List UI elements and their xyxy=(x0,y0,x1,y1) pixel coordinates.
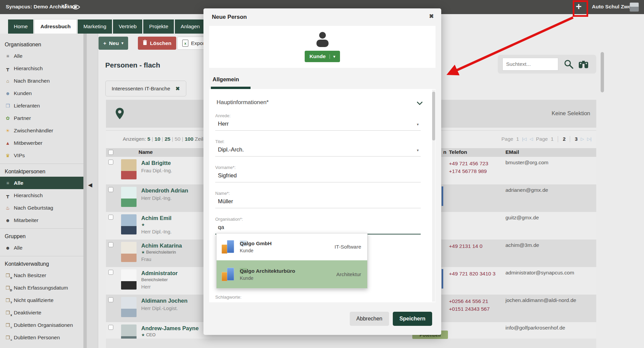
star-icon: ★ xyxy=(141,222,145,227)
map-pin-icon[interactable] xyxy=(115,107,124,121)
email-cell: info@golfparkrosenhof.de xyxy=(505,325,565,331)
sidebar-item-deaktivierte[interactable]: ❒xDeaktivierte xyxy=(0,306,83,319)
person-subtitle: Frau xyxy=(141,256,182,263)
new-button[interactable]: + Neu ▾ xyxy=(99,37,128,50)
org-type: Kunde xyxy=(240,248,272,253)
sidebar-item-alle[interactable]: ≡Alle xyxy=(0,50,83,62)
person-name-link[interactable]: Aldimann Jochen xyxy=(141,297,188,304)
dropdown-caret-icon[interactable]: ▾ xyxy=(417,148,419,153)
save-button[interactable]: Speichern xyxy=(393,312,432,326)
sidebar-item-nach-geburtstag[interactable]: ♨Nach Geburtstag xyxy=(0,202,83,214)
sidebar-item-alle[interactable]: ≡Alle xyxy=(0,177,83,189)
sidebar-scrollbar[interactable] xyxy=(83,34,87,348)
sidebar-collapse-icon[interactable]: ◀ xyxy=(88,182,92,188)
sidebar-item-kunden[interactable]: ☻Kunden xyxy=(0,87,83,99)
sidebar-item-hierarchisch[interactable]: ┳Hierarchisch xyxy=(0,189,83,202)
sidebar-item-nach-erfassungsdatum[interactable]: ❒DNach Erfassungsdatum xyxy=(0,281,83,294)
row-checkbox[interactable] xyxy=(108,215,113,220)
person-info: Aldimann JochenHerr Dipl.-Logist. xyxy=(141,297,188,312)
person-name-link[interactable]: Abendroth Adrian xyxy=(141,187,188,194)
rows-option-5[interactable]: 5 xyxy=(147,136,150,142)
sidebar-item-mitbewerber[interactable]: ▲Mitbewerber xyxy=(0,137,83,149)
app-window: Synapcus: Demo Architektur ↺ + Auto Schu… xyxy=(0,0,644,348)
row-checkbox[interactable] xyxy=(108,242,113,247)
tab-allgemein[interactable]: Allgemein xyxy=(213,76,239,83)
sidebar-item-nicht-qualifizierte[interactable]: ❒?Nicht qualifizierte xyxy=(0,294,83,306)
row-checkbox[interactable] xyxy=(108,270,113,275)
select-all-checkbox[interactable] xyxy=(108,150,113,155)
sidebar-item-zwischenh-ndler[interactable]: ☀Zwischenhändler xyxy=(0,124,83,137)
field-label: Vorname*: xyxy=(215,165,421,170)
field-input[interactable]: Herr xyxy=(215,121,421,131)
sidebar-item-hierarchisch[interactable]: ┳Hierarchisch xyxy=(0,62,83,75)
search-input[interactable] xyxy=(502,58,558,71)
person-name-link[interactable]: Andrew-James Payne xyxy=(141,324,199,332)
sidebar-item-nach-branchen[interactable]: ⌂Nach Branchen xyxy=(0,75,83,87)
eye-icon[interactable] xyxy=(71,4,80,11)
person-role: ★ CEO xyxy=(141,332,199,338)
user-name[interactable]: Auto Schul Zwei xyxy=(592,4,633,10)
person-info: Achim Emil★Herr Dipl.-Ing. xyxy=(141,214,172,235)
rows-option-100[interactable]: 100 xyxy=(185,136,193,142)
page-3[interactable]: 3 xyxy=(575,136,577,142)
row-checkbox[interactable] xyxy=(108,325,113,330)
close-icon[interactable]: ✖ xyxy=(429,13,434,20)
sidebar-item-dubletten-personen[interactable]: ❒≡Dubletten Personen xyxy=(0,331,83,344)
tab-vertrieb[interactable]: Vertrieb xyxy=(113,19,142,34)
row-checkbox[interactable] xyxy=(108,160,113,165)
sidebar-item-label: Zwischenhändler xyxy=(14,128,53,134)
field-titel: Titel:Dipl.-Arch.▾ xyxy=(215,139,421,157)
search-icon[interactable] xyxy=(564,59,574,71)
tab-projekte[interactable]: Projekte xyxy=(143,19,174,34)
collapse-section-icon[interactable] xyxy=(417,100,423,106)
person-name-link[interactable]: Aal Brigitte xyxy=(141,159,172,167)
binoculars-icon[interactable] xyxy=(578,60,589,70)
sidebar-item-partner[interactable]: ✿Partner xyxy=(0,112,83,124)
unqualified-icon: ❒? xyxy=(5,298,11,303)
user-avatar[interactable] xyxy=(630,2,639,12)
phone-cell: +49 2131 14 0 xyxy=(449,242,483,250)
tab-marketing[interactable]: Marketing xyxy=(78,19,112,34)
page-2[interactable]: 2 xyxy=(563,136,566,142)
person-role: ★ Bereichsleiterin xyxy=(141,249,182,255)
person-name-link[interactable]: Achim Emil xyxy=(141,214,172,222)
person-info: Abendroth AdrianHerr Dipl.-Ing. xyxy=(141,187,188,202)
content-scrollbar[interactable] xyxy=(601,52,604,92)
tab-anlagen[interactable]: Anlagen xyxy=(175,19,205,34)
delete-button[interactable]: Löschen xyxy=(138,37,176,50)
prev-page-icon[interactable]: ◁ xyxy=(530,136,533,141)
first-page-icon[interactable]: |◁ xyxy=(522,136,526,141)
sidebar-item-nach-besitzer[interactable]: ❒oNach Besitzer xyxy=(0,269,83,281)
cancel-button[interactable]: Abbrechen xyxy=(350,312,389,326)
sidebar-item-label: Alle xyxy=(14,53,23,59)
row-checkbox[interactable] xyxy=(108,187,113,192)
org-option-qalgo-architekturb-ro[interactable]: Qalgo ArchitekturbüroKundeArchitektur xyxy=(217,260,367,288)
sidebar-item-label: Partner xyxy=(14,115,31,121)
sidebar-item-vips[interactable]: ♛VIPs xyxy=(0,149,83,162)
email-column-header: EMail xyxy=(505,149,519,155)
field-input[interactable]: Dipl.-Arch. xyxy=(215,146,421,157)
field-input[interactable]: Sigfried xyxy=(215,172,421,182)
row-checkbox[interactable] xyxy=(108,297,113,302)
person-info: Aal BrigitteFrau Dipl.-Ing. xyxy=(141,159,172,174)
rows-option-25[interactable]: 25 xyxy=(164,136,170,142)
sidebar-item-alle[interactable]: ☻Alle xyxy=(0,242,83,254)
last-page-icon[interactable]: ▷| xyxy=(587,136,592,141)
sidebar-item-mitarbeiter[interactable]: ☻Mitarbeiter xyxy=(0,214,83,226)
person-type-button[interactable]: Kunde ▾ xyxy=(305,51,340,62)
org-option-qalgo-gmbh[interactable]: Qalgo GmbHKundeIT-Software xyxy=(217,233,367,260)
person-name-link[interactable]: Achim Katarina xyxy=(141,242,182,249)
undo-icon[interactable]: ↺ xyxy=(62,2,68,10)
sidebar-item-lieferanten[interactable]: ❒Lieferanten xyxy=(0,99,83,112)
person-name-link[interactable]: Administrator xyxy=(141,269,178,277)
field-input[interactable]: Müller xyxy=(215,198,421,208)
sidebar-item-dubletten-organisationen[interactable]: ❒≡Dubletten Organisationen xyxy=(0,319,83,331)
org-name: Qalgo GmbH xyxy=(240,241,272,247)
name-column-header: Name xyxy=(139,149,153,155)
next-page-icon[interactable]: ▷ xyxy=(581,136,584,141)
rows-option-10[interactable]: 10 xyxy=(155,136,160,142)
dropdown-caret-icon[interactable]: ▾ xyxy=(417,122,419,127)
remove-filter-icon[interactable]: ✖ xyxy=(176,86,180,92)
tab-adressbuch[interactable]: Adressbuch xyxy=(34,19,77,34)
tab-home[interactable]: Home xyxy=(8,19,33,34)
